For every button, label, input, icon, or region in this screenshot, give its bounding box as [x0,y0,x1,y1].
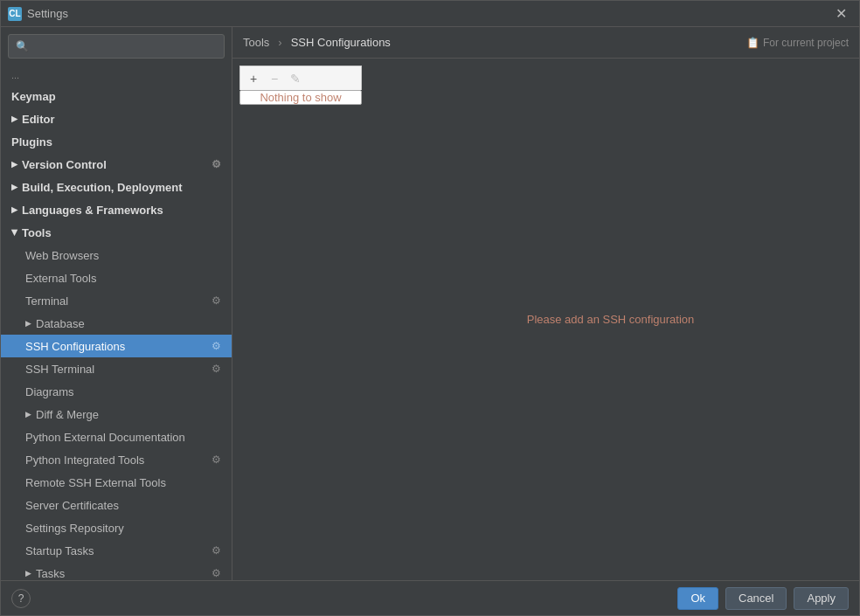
sidebar-item-database[interactable]: ▶ Database [1,312,232,335]
gear-icon-python-integrated: ⚙ [212,453,221,466]
breadcrumb-parent: Tools [243,36,269,49]
panel-header: Tools › SSH Configurations 📋 For current… [232,27,859,59]
remove-button[interactable]: − [265,69,284,88]
settings-window: CL Settings ✕ 🔍 ... Keymap ▶ [0,0,860,616]
add-button[interactable]: + [244,69,263,88]
expand-arrow-database: ▶ [25,319,31,328]
gear-icon-ssh: ⚙ [212,340,221,352]
sidebar-item-python-integrated-tools[interactable]: Python Integrated Tools ⚙ [1,448,232,471]
sidebar-item-tools[interactable]: ▶ Tools [1,221,232,244]
expand-arrow-editor: ▶ [11,114,17,123]
close-button[interactable]: ✕ [830,3,852,24]
window-title: Settings [27,7,830,20]
sidebar-item-external-tools[interactable]: External Tools [1,266,232,289]
content-area: 🔍 ... Keymap ▶ Editor Plugins [1,27,859,580]
sidebar-item-languages[interactable]: ▶ Languages & Frameworks [1,198,232,221]
apply-button[interactable]: Apply [794,587,849,610]
search-box[interactable]: 🔍 [8,34,225,59]
edit-button[interactable]: ✎ [286,69,305,88]
gear-icon-tasks: ⚙ [212,567,221,579]
panel-body: + − ✎ Nothing to show Please add an SSH … [232,59,859,580]
search-icon: 🔍 [16,40,29,52]
expand-arrow-vc: ▶ [11,160,17,169]
expand-arrow-lang: ▶ [11,205,17,214]
gear-icon-ssh-terminal: ⚙ [212,363,221,375]
breadcrumb-arrow: › [278,36,281,49]
bottom-bar: ? Ok Cancel Apply [1,580,859,615]
sidebar: 🔍 ... Keymap ▶ Editor Plugins [1,27,232,580]
for-current-project[interactable]: 📋 For current project [746,37,849,49]
list-content: Nothing to show [240,91,361,104]
expand-arrow-diff: ▶ [25,410,31,419]
dots-row: ... [1,66,232,85]
gear-icon-vc: ⚙ [212,158,221,170]
sidebar-item-settings-repository[interactable]: Settings Repository [1,516,232,539]
sidebar-item-plugins[interactable]: Plugins [1,130,232,153]
sidebar-item-diagrams[interactable]: Diagrams [1,380,232,403]
list-container: + − ✎ Nothing to show [239,66,362,573]
right-panel: Please add an SSH configuration [369,66,852,573]
breadcrumb-current: SSH Configurations [291,36,391,49]
sidebar-item-build[interactable]: ▶ Build, Execution, Deployment [1,176,232,198]
sidebar-item-editor[interactable]: ▶ Editor [1,107,232,130]
gear-icon-startup: ⚙ [212,544,221,557]
sidebar-item-tasks[interactable]: ▶ Tasks ⚙ [1,562,232,580]
main-panel: Tools › SSH Configurations 📋 For current… [232,27,859,580]
cancel-button[interactable]: Cancel [725,587,787,610]
sidebar-item-server-certificates[interactable]: Server Certificates [1,494,232,516]
placeholder-text: Please add an SSH configuration [527,313,695,326]
search-input[interactable] [33,40,217,53]
sidebar-item-remote-ssh-external-tools[interactable]: Remote SSH External Tools [1,471,232,494]
sidebar-list: ... Keymap ▶ Editor Plugins ▶ Ve [1,66,232,580]
expand-arrow-tasks: ▶ [25,569,31,578]
app-icon: CL [8,7,22,21]
gear-icon-terminal: ⚙ [212,294,221,307]
sidebar-item-ssh-terminal[interactable]: SSH Terminal ⚙ [1,357,232,380]
nothing-to-show: Nothing to show [260,91,341,104]
sidebar-item-startup-tasks[interactable]: Startup Tasks ⚙ [1,539,232,562]
sidebar-item-diff-merge[interactable]: ▶ Diff & Merge [1,403,232,426]
expand-arrow-build: ▶ [11,183,17,191]
sidebar-item-web-browsers[interactable]: Web Browsers [1,244,232,266]
list-toolbar: + − ✎ [239,66,362,90]
project-icon: 📋 [746,37,759,49]
sidebar-item-ssh-configurations[interactable]: SSH Configurations ⚙ [1,335,232,357]
expand-arrow-tools: ▶ [10,230,19,236]
ssh-list: Nothing to show [239,90,362,105]
sidebar-item-version-control[interactable]: ▶ Version Control ⚙ [1,153,232,176]
sidebar-item-python-external-docs[interactable]: Python External Documentation [1,426,232,448]
sidebar-item-terminal[interactable]: Terminal ⚙ [1,289,232,312]
help-button[interactable]: ? [11,589,31,608]
sidebar-item-keymap[interactable]: Keymap [1,85,232,107]
ok-button[interactable]: Ok [677,587,718,610]
titlebar: CL Settings ✕ [1,1,859,27]
